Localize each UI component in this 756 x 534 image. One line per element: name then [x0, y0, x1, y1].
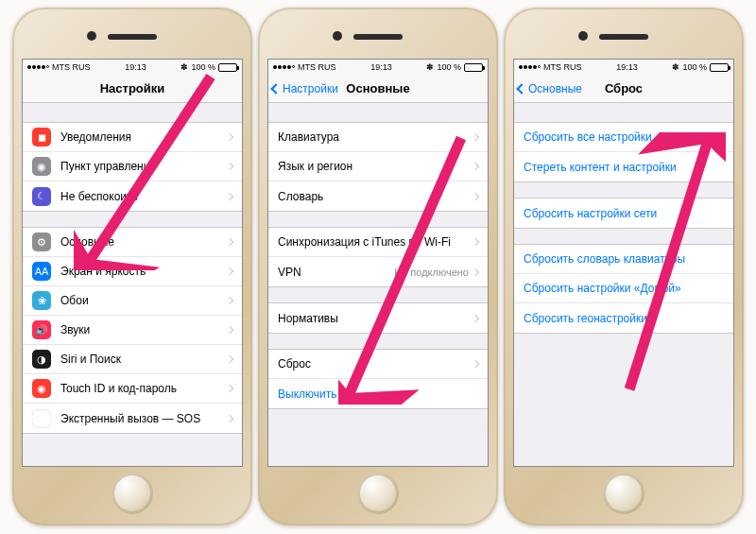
home-button[interactable]: [603, 473, 644, 514]
chevron-right-icon: [226, 163, 233, 170]
carrier-label: MTS RUS: [543, 62, 582, 72]
chevron-left-icon: [516, 83, 526, 94]
row-label: Сбросить все настройки: [524, 130, 724, 144]
row-label: VPN: [278, 266, 394, 279]
row-label: Сбросить настройки сети: [524, 207, 724, 220]
settings-list[interactable]: ◼Уведомления◉Пункт управления☾Не беспоко…: [23, 103, 242, 466]
row-label: Синхронизация с iTunes по Wi-Fi: [278, 235, 472, 249]
status-bar: MTS RUS 19:13 ✽ 100 %: [514, 60, 733, 75]
list-item[interactable]: SOSЭкстренный вызов — SOS: [23, 404, 242, 433]
list-item[interactable]: ☾Не беспокоить: [23, 181, 242, 211]
chevron-right-icon: [226, 192, 233, 199]
front-camera: [333, 31, 342, 41]
list-item[interactable]: ◑Siri и Поиск: [23, 345, 242, 374]
nav-bar: Основные Сброс: [514, 75, 733, 103]
back-button[interactable]: Настройки: [272, 82, 338, 95]
list-item[interactable]: Стереть контент и настройки: [514, 152, 733, 181]
bluetooth-icon: ✽: [426, 62, 434, 72]
list-item[interactable]: Клавиатура: [268, 123, 488, 152]
clock: 19:13: [616, 62, 638, 72]
list-item[interactable]: Сбросить словарь клавиатуры: [514, 245, 733, 274]
row-label: Основные: [60, 235, 227, 249]
list-item[interactable]: Сбросить все настройки: [514, 123, 733, 152]
list-item[interactable]: ◉Touch ID и код-пароль: [23, 374, 242, 404]
list-item[interactable]: ⚙Основные: [23, 228, 242, 257]
bluetooth-icon: ✽: [672, 62, 679, 72]
chevron-right-icon: [472, 314, 479, 321]
general-list[interactable]: КлавиатураЯзык и регионСловарь Синхрониз…: [268, 103, 488, 466]
sounds-icon: 🔊: [32, 320, 51, 339]
front-camera: [578, 31, 588, 41]
list-item[interactable]: Синхронизация с iTunes по Wi-Fi: [268, 228, 488, 257]
home-button[interactable]: [112, 473, 153, 514]
nav-bar: Настройки Основные: [268, 75, 488, 103]
touchid-icon: ◉: [32, 379, 51, 398]
list-item[interactable]: ◉Пункт управления: [23, 152, 242, 181]
status-bar: MTS RUS 19:13 ✽ 100 %: [23, 60, 242, 75]
list-item[interactable]: Сбросить настройки «Домой»: [514, 274, 733, 303]
screen-general: MTS RUS 19:13 ✽ 100 % Настройки Основные…: [267, 59, 489, 467]
clock: 19:13: [370, 62, 392, 72]
chevron-right-icon: [226, 133, 233, 141]
row-label: Язык и регион: [278, 160, 472, 173]
dnd-icon: ☾: [32, 187, 51, 206]
chevron-right-icon: [472, 163, 479, 170]
status-bar: MTS RUS 19:13 ✽ 100 %: [268, 60, 488, 75]
list-item[interactable]: AAЭкран и яркость: [23, 257, 242, 286]
list-item[interactable]: Выключить: [268, 379, 488, 408]
row-label: Touch ID и код-пароль: [60, 382, 227, 395]
chevron-right-icon: [472, 267, 479, 275]
phone-frame-3: MTS RUS 19:13 ✽ 100 % Основные Сброс Сбр…: [504, 8, 744, 525]
signal-icon: [27, 65, 49, 69]
chevron-left-icon: [270, 83, 281, 94]
control-center-icon: ◉: [32, 157, 51, 176]
signal-icon: [519, 65, 541, 69]
front-camera: [87, 31, 96, 41]
list-item[interactable]: Сбросить настройки сети: [514, 198, 733, 228]
row-label: Звуки: [60, 323, 227, 336]
back-label: Настройки: [283, 82, 338, 95]
row-label: Клавиатура: [278, 130, 472, 144]
chevron-right-icon: [226, 385, 233, 392]
home-button[interactable]: [357, 473, 399, 514]
chevron-right-icon: [226, 238, 233, 246]
phone-frame-1: MTS RUS 19:13 ✽ 100 % Настройки ◼Уведомл…: [12, 8, 252, 525]
phone-speaker: [353, 34, 403, 40]
bluetooth-icon: ✽: [180, 62, 188, 72]
list-item[interactable]: VPNНе подключено: [268, 257, 488, 286]
list-item[interactable]: Сброс: [268, 350, 488, 379]
row-label: Siri и Поиск: [60, 353, 227, 366]
list-item[interactable]: Нормативы: [268, 303, 488, 333]
chevron-right-icon: [226, 297, 233, 304]
row-label: Сбросить словарь клавиатуры: [524, 252, 724, 266]
list-item[interactable]: ◼Уведомления: [23, 123, 242, 152]
row-detail: Не подключено: [394, 267, 469, 278]
row-label: Словарь: [278, 190, 472, 203]
row-label: Стереть контент и настройки: [524, 161, 724, 174]
row-label: Сбросить геонастройки: [524, 312, 724, 325]
list-item[interactable]: Язык и регион: [268, 152, 488, 181]
battery-icon: [464, 63, 483, 72]
phone-speaker: [108, 34, 157, 40]
battery-icon: [710, 63, 729, 72]
chevron-right-icon: [226, 267, 233, 275]
chevron-right-icon: [226, 326, 233, 334]
row-label: Экран и яркость: [60, 265, 227, 278]
chevron-right-icon: [472, 360, 479, 368]
list-item[interactable]: ❀Обои: [23, 286, 242, 316]
general-icon: ⚙: [32, 233, 51, 251]
display-icon: AA: [32, 262, 51, 281]
battery-icon: [218, 63, 237, 72]
signal-icon: [273, 65, 295, 69]
back-button[interactable]: Основные: [518, 82, 582, 95]
screen-reset: MTS RUS 19:13 ✽ 100 % Основные Сброс Сбр…: [513, 59, 734, 467]
row-label: Обои: [60, 294, 227, 307]
row-label: Сбросить настройки «Домой»: [524, 282, 724, 295]
chevron-right-icon: [472, 238, 479, 246]
reset-list[interactable]: Сбросить все настройкиСтереть контент и …: [514, 103, 733, 466]
siri-icon: ◑: [32, 350, 51, 369]
list-item[interactable]: 🔊Звуки: [23, 316, 242, 345]
list-item[interactable]: Словарь: [268, 181, 488, 211]
list-item[interactable]: Сбросить геонастройки: [514, 303, 733, 333]
chevron-right-icon: [226, 355, 233, 363]
